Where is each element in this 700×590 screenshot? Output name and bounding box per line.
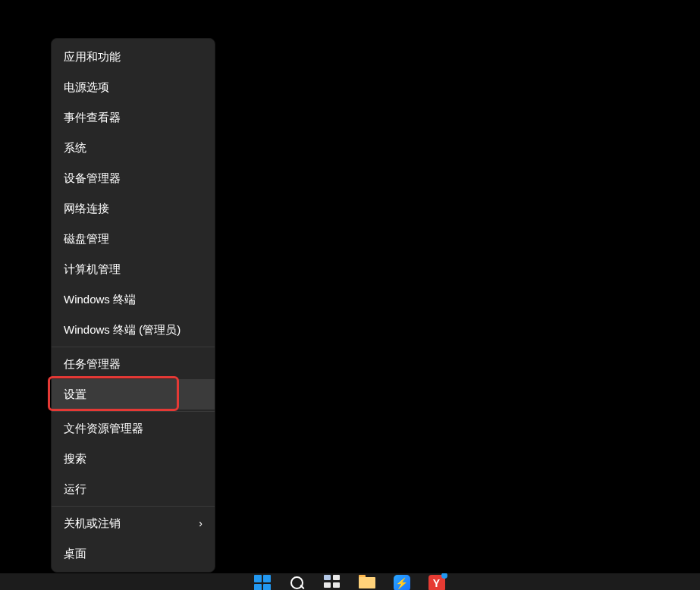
menu-item-power-options[interactable]: 电源选项 [52, 72, 215, 102]
menu-item-label: 事件查看器 [64, 111, 121, 124]
search-button[interactable] [289, 575, 307, 590]
menu-item-label: 设置 [64, 388, 86, 400]
thunder-icon: ⚡ [394, 575, 410, 590]
menu-item-label: 关机或注销 [64, 516, 121, 529]
start-button[interactable] [254, 575, 272, 590]
menu-item-run[interactable]: 运行 [52, 474, 215, 504]
menu-item-label: 磁盘管理 [64, 232, 109, 245]
menu-item-system[interactable]: 系统 [52, 133, 215, 163]
menu-separator [52, 506, 215, 507]
winx-context-menu: 应用和功能 电源选项 事件查看器 系统 设备管理器 网络连接 磁盘管理 计算机管… [51, 38, 215, 573]
menu-item-label: Windows 终端 [64, 293, 136, 306]
chevron-right-icon: › [199, 515, 202, 532]
taskbar: ⚡ Y [0, 573, 700, 590]
menu-separator [52, 347, 215, 347]
windows-icon [254, 575, 272, 590]
menu-item-file-explorer[interactable]: 文件资源管理器 [52, 413, 215, 444]
menu-item-apps-features[interactable]: 应用和功能 [52, 42, 215, 72]
file-explorer-button[interactable] [359, 575, 377, 590]
thunder-app-button[interactable]: ⚡ [394, 575, 412, 590]
menu-item-shutdown-signout[interactable]: 关机或注销 › [52, 508, 215, 538]
menu-item-device-manager[interactable]: 设备管理器 [52, 163, 215, 193]
menu-item-label: 计算机管理 [64, 262, 121, 275]
notification-dot-icon [441, 573, 447, 579]
menu-item-label: 设备管理器 [64, 171, 121, 184]
taskview-icon [324, 575, 342, 588]
menu-item-windows-terminal-admin[interactable]: Windows 终端 (管理员) [52, 315, 215, 345]
menu-item-label: 任务管理器 [64, 357, 121, 370]
menu-item-label: 文件资源管理器 [64, 422, 143, 435]
menu-item-label: 搜索 [64, 452, 86, 465]
menu-item-task-manager[interactable]: 任务管理器 [52, 349, 215, 379]
menu-item-label: 系统 [64, 141, 86, 154]
red-app-icon: Y [428, 575, 445, 590]
menu-item-label: 应用和功能 [64, 50, 121, 63]
menu-item-label: Windows 终端 (管理员) [64, 323, 180, 336]
menu-item-label: 运行 [64, 482, 86, 495]
menu-item-windows-terminal[interactable]: Windows 终端 [52, 284, 215, 315]
menu-item-label: 网络连接 [64, 202, 109, 215]
menu-separator [52, 411, 215, 412]
menu-item-label: 桌面 [64, 547, 86, 560]
menu-item-computer-management[interactable]: 计算机管理 [52, 254, 215, 284]
taskbar-items: ⚡ Y [254, 575, 447, 590]
menu-item-settings[interactable]: 设置 [52, 379, 215, 410]
menu-item-event-viewer[interactable]: 事件查看器 [52, 102, 215, 133]
menu-item-disk-management[interactable]: 磁盘管理 [52, 224, 215, 254]
red-app-button[interactable]: Y [428, 575, 447, 590]
task-view-button[interactable] [324, 575, 342, 590]
menu-item-desktop[interactable]: 桌面 [52, 538, 215, 569]
menu-item-search[interactable]: 搜索 [52, 444, 215, 474]
menu-item-label: 电源选项 [64, 80, 109, 93]
menu-item-network-connections[interactable]: 网络连接 [52, 193, 215, 224]
